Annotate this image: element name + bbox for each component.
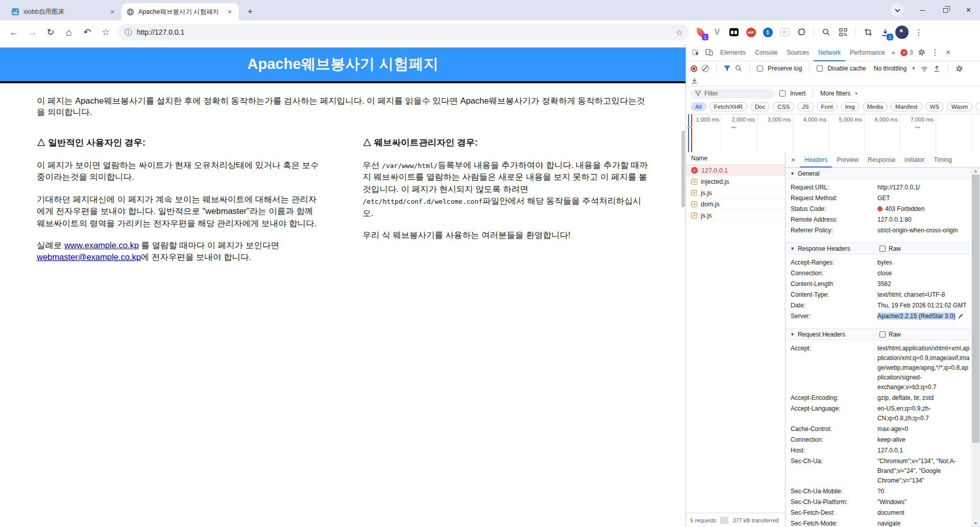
inspect-element-button[interactable] xyxy=(689,46,702,59)
home-button[interactable]: ⌂ xyxy=(60,23,78,41)
import-har-icon[interactable] xyxy=(691,77,698,85)
browser-tab-2-active[interactable]: Apache웨브봉사기 시험페지 × xyxy=(121,3,239,20)
detail-tab-response[interactable]: Response xyxy=(863,152,900,167)
request-row[interactable]: injected.js xyxy=(686,176,785,187)
detail-tab-preview[interactable]: Preview xyxy=(832,152,863,167)
scroll-down-arrow[interactable]: ▼ xyxy=(971,520,980,527)
response-headers-header[interactable]: ▼ Response Headers Raw xyxy=(786,243,971,254)
profile-avatar[interactable] xyxy=(895,25,909,39)
browser-menu-button[interactable]: ⋮ xyxy=(912,25,926,39)
filter-input[interactable]: Filter xyxy=(691,89,775,99)
page-scrollbar-thumb[interactable] xyxy=(681,131,685,207)
chip-font[interactable]: Font xyxy=(817,102,838,111)
more-filters-dropdown-icon[interactable]: ▾ xyxy=(855,91,857,96)
devtools-close-button[interactable]: × xyxy=(942,46,955,59)
throttling-select[interactable]: No throttling xyxy=(874,65,907,72)
chip-all[interactable]: All xyxy=(691,102,706,111)
disable-cache-label[interactable]: Disable cache xyxy=(827,65,866,72)
more-filters-button[interactable]: More filters xyxy=(820,90,850,97)
request-row-selected[interactable]: × 127.0.0.1 xyxy=(686,165,785,176)
invert-label[interactable]: Invert xyxy=(790,90,805,97)
adblock-plus-extension-icon[interactable]: ABP xyxy=(744,25,758,39)
request-row[interactable]: js.js xyxy=(686,187,785,199)
extensions-puzzle-icon[interactable] xyxy=(794,25,808,39)
window-restore-button[interactable] xyxy=(934,0,957,20)
chip-other[interactable]: Other xyxy=(975,102,980,111)
server-value-highlighted[interactable]: Apache/2.2.15 (RedStar 3.0) xyxy=(877,313,955,320)
network-conditions-icon[interactable] xyxy=(920,65,928,73)
chip-media[interactable]: Media xyxy=(863,102,888,111)
error-badge-icon[interactable]: × xyxy=(900,49,908,56)
edit-pencil-icon[interactable] xyxy=(958,313,964,319)
forward-button[interactable]: → xyxy=(23,23,41,41)
detail-tab-initiator[interactable]: Initiator xyxy=(900,152,929,167)
vue-devtools-extension-icon[interactable]: V xyxy=(710,25,724,39)
window-close-button[interactable]: × xyxy=(957,0,980,20)
chip-wasm[interactable]: Wasm xyxy=(947,102,972,111)
window-minimize-button[interactable] xyxy=(911,0,934,20)
chip-ws[interactable]: WS xyxy=(925,102,944,111)
detail-tab-timing[interactable]: Timing xyxy=(929,152,957,167)
disable-cache-checkbox[interactable] xyxy=(817,65,823,71)
qr-code-button[interactable] xyxy=(836,25,850,39)
toolbar-search-button[interactable] xyxy=(819,25,834,39)
invert-checkbox[interactable] xyxy=(779,90,786,97)
devtools-tab-sources[interactable]: Sources xyxy=(782,44,814,61)
eyes-extension-icon[interactable] xyxy=(727,25,741,39)
tab-close-icon[interactable]: × xyxy=(226,8,234,16)
undo-button[interactable]: ↶ xyxy=(79,23,96,41)
devtools-tab-console[interactable]: Console xyxy=(750,44,782,61)
browser-tab-1[interactable]: xiobb自用图床 × xyxy=(6,3,121,20)
chip-manifest[interactable]: Manifest xyxy=(891,102,922,111)
filter-funnel-icon[interactable] xyxy=(724,65,730,72)
back-button[interactable]: ← xyxy=(5,23,22,41)
record-network-log-button[interactable] xyxy=(691,65,697,72)
scrollbar-thumb[interactable] xyxy=(972,175,979,443)
chip-fetch-xhr[interactable]: Fetch/XHR xyxy=(709,102,747,111)
raw-checkbox[interactable] xyxy=(879,246,886,252)
address-bar[interactable]: ⓘ http://127.0.0.1 ☆ xyxy=(118,24,689,40)
webmaster-email-link[interactable]: webmaster@example.co.kp xyxy=(37,252,141,261)
network-overview-timeline[interactable]: 1,000 ms 2,000 ms 3,000 ms 4,000 ms 5,00… xyxy=(686,114,980,153)
bookmark-this-tab-icon[interactable]: ☆ xyxy=(676,28,683,37)
devtools-settings-button[interactable] xyxy=(915,46,928,59)
name-column-header[interactable]: Name xyxy=(686,152,785,165)
network-settings-gear-icon[interactable] xyxy=(955,65,963,73)
bookmark-star-button[interactable]: ☆ xyxy=(97,23,114,41)
clear-network-log-button[interactable] xyxy=(702,65,709,72)
export-har-icon[interactable] xyxy=(933,65,941,73)
devtools-tab-performance[interactable]: Performance xyxy=(845,44,890,61)
onepassword-extension-icon[interactable]: 1 xyxy=(761,25,775,39)
chip-img[interactable]: Img xyxy=(841,102,860,111)
example-link[interactable]: www.example.co.kp xyxy=(64,241,139,250)
more-tabs-icon[interactable]: » xyxy=(890,49,897,56)
tab-close-icon[interactable]: × xyxy=(108,8,116,16)
devtools-menu-button[interactable]: ⋮ xyxy=(928,46,942,59)
request-row[interactable]: dom.js xyxy=(686,199,785,210)
preserve-log-label[interactable]: Preserve log xyxy=(768,65,802,72)
scroll-up-arrow[interactable]: ▲ xyxy=(971,167,980,175)
new-tab-button[interactable]: + xyxy=(243,5,257,19)
device-toolbar-button[interactable] xyxy=(702,46,716,59)
chip-js[interactable]: JS xyxy=(797,102,813,111)
chip-doc[interactable]: Doc xyxy=(750,102,770,111)
detail-tab-headers[interactable]: Headers xyxy=(800,152,832,167)
headers-scrollbar[interactable]: ▲ ▼ xyxy=(971,167,980,527)
request-headers-header[interactable]: ▼ Request Headers Raw xyxy=(786,328,971,340)
screenshot-crop-button[interactable] xyxy=(861,25,875,39)
chip-css[interactable]: CSS xyxy=(773,102,794,111)
reload-button[interactable]: ↻ xyxy=(42,23,59,41)
devtools-tab-network[interactable]: Network xyxy=(814,44,845,61)
raw-checkbox[interactable] xyxy=(879,331,886,338)
tab-search-button[interactable] xyxy=(891,4,904,17)
downloads-button[interactable]: 1 xyxy=(878,25,892,39)
wappalyzer-extension-icon[interactable]: 1 xyxy=(693,25,707,39)
preserve-log-checkbox[interactable] xyxy=(757,65,763,71)
close-detail-icon[interactable]: × xyxy=(787,155,800,164)
general-section-header[interactable]: ▼ General xyxy=(786,167,971,179)
url-text[interactable]: http://127.0.0.1 xyxy=(137,28,671,36)
devtools-tab-elements[interactable]: Elements xyxy=(716,44,750,61)
site-info-icon[interactable]: ⓘ xyxy=(125,28,132,37)
ip-extension-icon[interactable]: IP xyxy=(777,25,792,39)
request-row[interactable]: js.js xyxy=(686,210,785,221)
